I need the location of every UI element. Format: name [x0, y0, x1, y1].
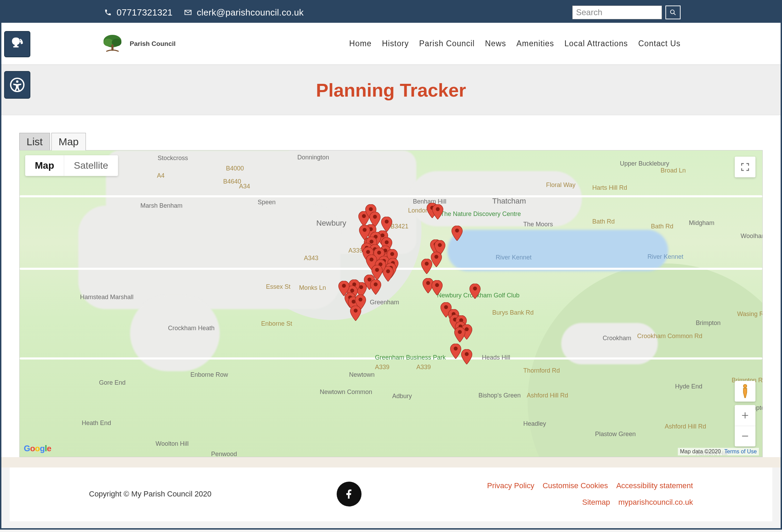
nav-news[interactable]: News — [485, 39, 506, 48]
svg-point-28 — [369, 258, 373, 262]
svg-point-58 — [458, 330, 462, 334]
nav-history[interactable]: History — [382, 39, 409, 48]
contact-block: 07717321321 clerk@parishcouncil.co.uk — [104, 7, 304, 18]
svg-point-37 — [359, 285, 363, 289]
svg-point-52 — [444, 305, 448, 309]
svg-point-61 — [743, 384, 747, 388]
map-marker[interactable] — [452, 226, 463, 241]
zoom-in-button[interactable] — [735, 405, 755, 426]
email-link[interactable]: clerk@parishcouncil.co.uk — [184, 7, 304, 18]
map-place-label: Brimpton — [696, 319, 721, 327]
svg-point-49 — [426, 281, 430, 285]
map-place-label: Woolton Hill — [156, 440, 189, 447]
content: List Map NewburyDonningtonStockcrossUppe… — [1, 115, 781, 467]
svg-point-9 — [373, 215, 377, 219]
search-button[interactable] — [665, 6, 681, 19]
mail-icon — [184, 9, 192, 16]
svg-point-44 — [354, 309, 357, 313]
page-title: Planning Tracker — [316, 79, 466, 101]
nav-amenities[interactable]: Amenities — [516, 39, 554, 48]
svg-point-43 — [358, 298, 362, 302]
footer-sitemap[interactable]: Sitemap — [582, 498, 610, 507]
map-place-label: Bishop's Green — [478, 392, 521, 399]
svg-point-2 — [671, 10, 674, 14]
footer-accessibility[interactable]: Accessibility statement — [616, 481, 693, 490]
map-filler — [20, 195, 762, 197]
map-place-label: Hyde End — [675, 383, 702, 390]
map-area[interactable]: NewburyDonningtonStockcrossUpper Buckleb… — [19, 150, 763, 457]
map-place-label: Newtown — [349, 371, 375, 378]
main-nav: Home History Parish Council News Ameniti… — [349, 39, 681, 48]
map-marker[interactable] — [431, 252, 442, 267]
map-marker[interactable] — [350, 306, 361, 321]
svg-point-36 — [374, 283, 377, 286]
map-place-label: Woolhampton — [741, 233, 763, 240]
facebook-icon — [344, 489, 355, 500]
map-place-label: Midgham — [689, 219, 714, 227]
phone-link[interactable]: 07717321321 — [104, 7, 172, 18]
map-place-label: Headley — [523, 420, 546, 427]
terms-link[interactable]: Terms of Use — [724, 449, 757, 455]
decorative-band — [1, 457, 781, 467]
map-type-satellite[interactable]: Satellite — [64, 155, 118, 176]
accessibility-toolbar-button[interactable] — [4, 71, 30, 99]
accessibility-icon — [9, 77, 25, 93]
pegman-button[interactable] — [735, 381, 755, 402]
footer-mpc[interactable]: myparishcouncil.co.uk — [618, 498, 693, 507]
map-place-label: Greenham — [370, 299, 399, 306]
map-marker[interactable] — [454, 327, 465, 342]
map-type-map[interactable]: Map — [25, 155, 64, 176]
map-filler — [130, 295, 220, 371]
map-data-label: Map data ©2020 — [680, 449, 721, 455]
zoom-out-button[interactable] — [735, 426, 755, 447]
phone-number: 07717321321 — [117, 7, 172, 18]
view-tabs: List Map — [19, 132, 763, 150]
map-marker[interactable] — [432, 204, 443, 219]
zoom-controls — [735, 405, 755, 446]
nav-home[interactable]: Home — [349, 39, 372, 48]
site-logo[interactable]: Parish Council — [101, 33, 176, 54]
speak-accessibility-button[interactable] — [4, 31, 30, 57]
search-icon — [669, 9, 677, 16]
svg-point-13 — [455, 229, 459, 233]
map-filler — [78, 206, 340, 309]
svg-point-12 — [436, 207, 439, 211]
nav-contact[interactable]: Contact Us — [638, 39, 681, 48]
map-place-label: Enborne Row — [190, 371, 228, 378]
svg-point-59 — [454, 347, 457, 351]
tab-list[interactable]: List — [19, 133, 50, 150]
nav-parish-council[interactable]: Parish Council — [419, 39, 475, 48]
svg-point-39 — [350, 289, 354, 293]
map-place-label: Harts Hill Rd — [592, 184, 627, 191]
facebook-button[interactable] — [337, 482, 362, 506]
fullscreen-button[interactable] — [735, 157, 755, 177]
svg-point-47 — [434, 255, 438, 259]
map-place-label: A339 — [416, 364, 431, 371]
footer-cookies[interactable]: Customise Cookies — [543, 481, 608, 490]
search-input[interactable] — [572, 6, 662, 19]
title-band: Planning Tracker — [1, 65, 781, 115]
plus-icon — [741, 411, 750, 420]
svg-point-46 — [438, 243, 442, 247]
nav-local-attractions[interactable]: Local Attractions — [564, 39, 628, 48]
svg-point-40 — [342, 284, 346, 288]
svg-point-16 — [380, 234, 384, 237]
tab-map[interactable]: Map — [51, 133, 86, 150]
map-marker[interactable] — [381, 217, 392, 232]
svg-point-60 — [465, 352, 468, 356]
footer-links: Privacy Policy Customise Cookies Accessi… — [487, 481, 693, 507]
google-logo: Google — [24, 444, 51, 453]
map-marker[interactable] — [469, 284, 481, 299]
map-marker[interactable] — [370, 279, 381, 295]
minus-icon — [741, 432, 750, 441]
map-marker[interactable] — [421, 259, 432, 274]
map-marker[interactable] — [450, 344, 461, 359]
map-place-label: Thornford Rd — [523, 367, 560, 374]
map-place-label: Heath End — [82, 420, 111, 427]
map-place-label: Penwood — [211, 451, 237, 457]
footer-privacy[interactable]: Privacy Policy — [487, 481, 534, 490]
svg-point-57 — [465, 327, 468, 331]
map-marker[interactable] — [461, 349, 472, 364]
map-marker[interactable] — [432, 280, 443, 295]
footer: Copyright © My Parish Council 2020 Priva… — [10, 467, 772, 521]
